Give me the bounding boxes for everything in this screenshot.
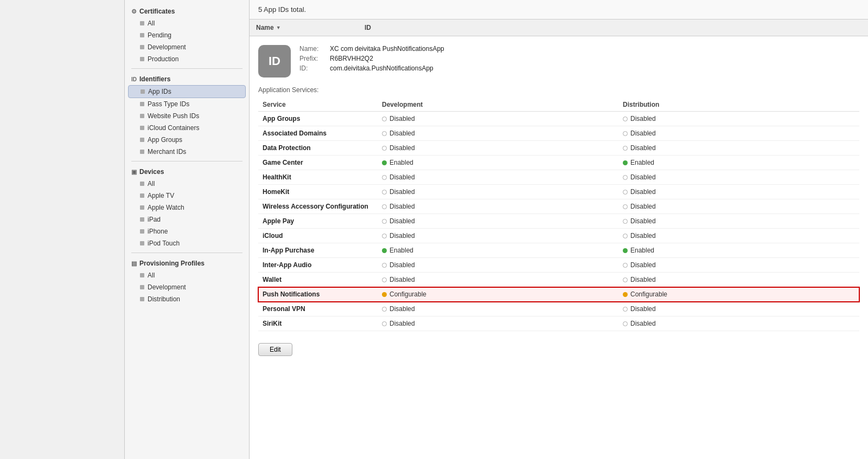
sidebar-item-merchant-ids[interactable]: Merchant IDs bbox=[125, 146, 249, 158]
dev-status-text: Disabled bbox=[390, 276, 415, 283]
prefix-info-label: Prefix: bbox=[299, 55, 327, 62]
sidebar-item-icloud-containers[interactable]: iCloud Containers bbox=[125, 122, 249, 134]
distribution-col-header: Distribution bbox=[618, 98, 859, 112]
dev-status-text: Disabled bbox=[390, 217, 415, 225]
sidebar-item-prov-distribution[interactable]: Distribution bbox=[125, 293, 249, 305]
dev-status-cell: Disabled bbox=[378, 316, 618, 331]
sidebar-item-prov-all[interactable]: All bbox=[125, 269, 249, 281]
table-row: HealthKitDisabledDisabled bbox=[258, 170, 859, 185]
table-row: SiriKitDisabledDisabled bbox=[258, 316, 859, 331]
provisioning-label: Provisioning Profiles bbox=[139, 260, 205, 267]
total-count: 5 App IDs total. bbox=[258, 5, 306, 14]
website-push-ids-label: Website Push IDs bbox=[148, 112, 199, 120]
certificates-label: Certificates bbox=[139, 8, 175, 15]
dist-status-text: Disabled bbox=[630, 276, 656, 283]
dev-status-text: Enabled bbox=[390, 159, 413, 166]
main-content: 5 App IDs total. Name ▼ ID ID Name: XC c… bbox=[250, 0, 868, 459]
sidebar-item-cert-pending[interactable]: Pending bbox=[125, 29, 249, 41]
sidebar-item-apple-tv[interactable]: Apple TV bbox=[125, 190, 249, 202]
dist-status-text: Disabled bbox=[630, 320, 656, 327]
table-row: Data ProtectionDisabledDisabled bbox=[258, 141, 859, 156]
detail-panel: ID Name: XC com deivitaka PushNotificati… bbox=[250, 36, 868, 459]
dev-status-cell: Disabled bbox=[378, 170, 618, 185]
sidebar-left bbox=[0, 0, 125, 459]
divider-1 bbox=[131, 68, 242, 69]
sidebar-item-apple-watch[interactable]: Apple Watch bbox=[125, 202, 249, 214]
dev-status-cell: Disabled bbox=[378, 141, 618, 156]
dev-status-cell: Configurable bbox=[378, 287, 618, 302]
dist-status-cell: Disabled bbox=[618, 126, 859, 141]
sort-arrow-icon: ▼ bbox=[276, 25, 281, 30]
sidebar-item-ipod-touch[interactable]: iPod Touch bbox=[125, 237, 249, 249]
table-row: Personal VPNDisabledDisabled bbox=[258, 302, 859, 316]
dev-status-text: Disabled bbox=[390, 320, 415, 327]
prov-dist-dot bbox=[140, 297, 144, 301]
certificates-icon: ⚙ bbox=[131, 8, 137, 15]
dev-status-cell: Disabled bbox=[378, 302, 618, 316]
dist-status-cell: Disabled bbox=[618, 229, 859, 243]
dev-status-cell: Disabled bbox=[378, 214, 618, 229]
table-row: iCloudDisabledDisabled bbox=[258, 229, 859, 243]
dist-status-dot bbox=[623, 219, 628, 224]
dev-status-text: Disabled bbox=[390, 130, 415, 137]
certificates-section: ⚙ Certificates All Pending Development P… bbox=[125, 4, 249, 65]
id-column-header: ID bbox=[358, 22, 868, 34]
dist-status-text: Enabled bbox=[630, 159, 654, 166]
cert-production-label: Production bbox=[148, 55, 178, 63]
name-column-header[interactable]: Name ▼ bbox=[250, 22, 358, 34]
edit-button[interactable]: Edit bbox=[258, 343, 292, 356]
icloud-containers-dot bbox=[140, 126, 144, 130]
dev-status-text: Disabled bbox=[390, 115, 415, 122]
dist-status-text: Configurable bbox=[630, 290, 667, 298]
service-col-header: Service bbox=[258, 98, 378, 112]
service-name-cell: Personal VPN bbox=[258, 302, 378, 316]
sidebar-item-ipad[interactable]: iPad bbox=[125, 214, 249, 225]
dev-status-dot bbox=[382, 204, 387, 209]
dist-status-cell: Disabled bbox=[618, 141, 859, 156]
table-row: WalletDisabledDisabled bbox=[258, 273, 859, 287]
sidebar-item-cert-all[interactable]: All bbox=[125, 17, 249, 29]
sidebar-item-app-ids[interactable]: App IDs bbox=[128, 85, 246, 98]
dev-status-cell: Disabled bbox=[378, 229, 618, 243]
dist-status-dot bbox=[623, 175, 628, 180]
dist-status-text: Disabled bbox=[630, 130, 656, 137]
dev-status-dot bbox=[382, 160, 387, 165]
service-name-cell: Push Notifications bbox=[258, 287, 378, 302]
app-id-info: Name: XC com deivitaka PushNotifications… bbox=[299, 45, 444, 72]
dist-status-text: Disabled bbox=[630, 188, 656, 196]
main-header: 5 App IDs total. bbox=[250, 0, 868, 20]
sidebar-item-cert-production[interactable]: Production bbox=[125, 53, 249, 65]
sidebar-item-app-groups[interactable]: App Groups bbox=[125, 134, 249, 146]
dev-status-text: Disabled bbox=[390, 232, 415, 240]
dev-status-cell: Disabled bbox=[378, 185, 618, 199]
services-table: Service Development Distribution App Gro… bbox=[258, 98, 859, 331]
app-groups-dot bbox=[140, 138, 144, 142]
dist-status-dot bbox=[623, 146, 628, 151]
dev-status-dot bbox=[382, 248, 387, 253]
sidebar-item-cert-development[interactable]: Development bbox=[125, 41, 249, 53]
prov-dist-label: Distribution bbox=[148, 295, 180, 303]
sidebar-item-iphone[interactable]: iPhone bbox=[125, 225, 249, 237]
name-info-label: Name: bbox=[299, 45, 327, 53]
dev-status-dot bbox=[382, 219, 387, 224]
service-name-cell: Associated Domains bbox=[258, 126, 378, 141]
dist-status-dot bbox=[623, 131, 628, 136]
table-row: Associated DomainsDisabledDisabled bbox=[258, 126, 859, 141]
dev-status-dot bbox=[382, 146, 387, 151]
dist-status-text: Disabled bbox=[630, 232, 656, 240]
provisioning-icon: ▤ bbox=[131, 260, 137, 267]
pass-type-ids-dot bbox=[140, 102, 144, 106]
sidebar-item-dev-all[interactable]: All bbox=[125, 178, 249, 190]
dist-status-dot bbox=[623, 117, 628, 121]
dist-status-dot bbox=[623, 190, 628, 195]
dist-status-cell: Disabled bbox=[618, 199, 859, 214]
sidebar-item-prov-development[interactable]: Development bbox=[125, 281, 249, 293]
dist-status-cell: Disabled bbox=[618, 185, 859, 199]
merchant-ids-dot bbox=[140, 150, 144, 154]
dist-status-cell: Disabled bbox=[618, 302, 859, 316]
sidebar-item-website-push-ids[interactable]: Website Push IDs bbox=[125, 110, 249, 122]
dev-status-dot bbox=[382, 307, 387, 312]
apple-tv-label: Apple TV bbox=[148, 192, 174, 199]
prov-dev-dot bbox=[140, 285, 144, 289]
sidebar-item-pass-type-ids[interactable]: Pass Type IDs bbox=[125, 98, 249, 110]
